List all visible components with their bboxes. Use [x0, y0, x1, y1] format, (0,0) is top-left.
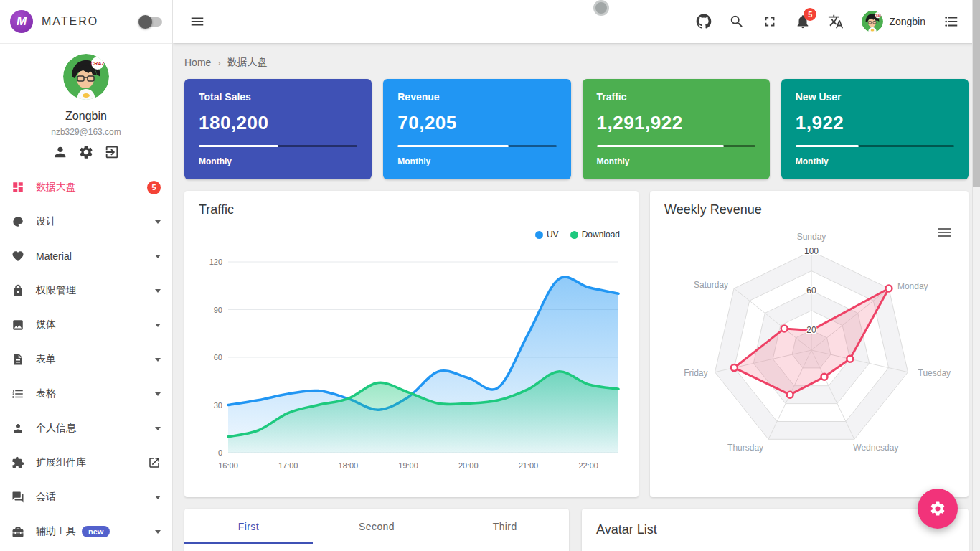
user-avatar-small: CRAZ	[862, 11, 883, 32]
svg-text:120: 120	[209, 258, 222, 266]
sidebar-item-extension[interactable]: 扩展组件库	[0, 446, 172, 480]
image-icon	[11, 319, 24, 331]
svg-text:20: 20	[806, 325, 816, 335]
svg-text:20:00: 20:00	[458, 461, 479, 470]
chevron-down-icon	[155, 427, 161, 430]
user-actions	[0, 144, 172, 160]
person-button[interactable]	[52, 144, 68, 160]
content: Home › 数据大盘 Total Sales 180,200 Monthly …	[173, 43, 980, 551]
tabs-card: FirstSecondThird	[184, 509, 569, 551]
sidebar-item-image[interactable]: 媒体	[0, 308, 172, 342]
topbar: 5 CRAZ Zongbin	[173, 0, 980, 43]
external-link-icon	[148, 456, 161, 469]
breadcrumb-home[interactable]: Home	[184, 57, 211, 68]
github-icon	[696, 14, 712, 29]
menu-badge: 5	[147, 181, 161, 194]
scrollbar-thumb[interactable]	[973, 0, 980, 187]
chevron-down-icon	[155, 289, 161, 293]
sidebar: M MATERO CRAZ Zongbin nzb329@163.com 数据大…	[0, 0, 173, 551]
translate-button[interactable]	[821, 7, 850, 36]
weekly-revenue-chart: SundayMondayTuesdayWednesdayThursdayFrid…	[664, 202, 955, 485]
sidebar-item-person[interactable]: 个人信息	[0, 411, 172, 446]
topbar-user-name: Zongbin	[889, 16, 925, 27]
chevron-down-icon	[155, 220, 161, 224]
sidebar-item-label: Material	[36, 250, 72, 262]
svg-text:Sunday: Sunday	[797, 232, 826, 242]
topbar-icon-buttons: 5	[689, 7, 850, 36]
person-icon	[11, 422, 24, 435]
extension-icon	[11, 456, 24, 469]
sidebar-item-label: 设计	[36, 215, 56, 228]
svg-text:Tuesday: Tuesday	[918, 368, 951, 378]
sidebar-item-label: 媒体	[36, 319, 56, 331]
logout-button[interactable]	[104, 144, 120, 160]
fullscreen-button[interactable]	[755, 7, 784, 36]
svg-text:18:00: 18:00	[339, 461, 359, 470]
lock-icon	[11, 284, 24, 297]
svg-text:21:00: 21:00	[519, 461, 539, 470]
user-menu-trigger[interactable]: CRAZ Zongbin	[854, 7, 933, 36]
search-button[interactable]	[722, 7, 751, 36]
chevron-down-icon	[155, 496, 161, 499]
app-window: M MATERO CRAZ Zongbin nzb329@163.com 数据大…	[0, 0, 980, 551]
sidebar-item-toolbox[interactable]: 辅助工具new	[0, 514, 172, 549]
svg-text:90: 90	[214, 306, 222, 314]
sidebar-item-table[interactable]: 表格	[0, 377, 172, 411]
svg-text:30: 30	[214, 401, 222, 410]
menu-icon	[189, 14, 205, 29]
sidebar-item-palette[interactable]: 设计	[0, 204, 172, 239]
menu-toggle-button[interactable]	[183, 7, 212, 36]
user-panel: CRAZ Zongbin nzb329@163.com	[0, 44, 172, 166]
recorder-dot	[593, 0, 609, 16]
breadcrumb: Home › 数据大盘	[184, 53, 969, 72]
svg-text:17:00: 17:00	[278, 461, 298, 470]
logout-icon	[104, 144, 120, 160]
tab-second[interactable]: Second	[313, 509, 441, 544]
stat-card-traffic: Traffic 1,291,922 Monthly	[583, 79, 770, 179]
form-icon	[11, 353, 24, 366]
chevron-down-icon	[155, 358, 161, 362]
settings-icon	[929, 500, 946, 517]
tab-third[interactable]: Third	[440, 509, 569, 544]
dashboard-icon	[11, 181, 24, 194]
sidebar-item-label: 数据大盘	[36, 181, 76, 194]
stat-card-revenue: Revenue 70,205 Monthly	[383, 79, 570, 179]
svg-text:CRAZ: CRAZ	[90, 61, 105, 66]
stat-value: 70,205	[397, 112, 556, 134]
stat-value: 180,200	[199, 112, 357, 134]
new-badge: new	[82, 526, 110, 537]
settings-fab[interactable]	[918, 489, 958, 529]
tab-first[interactable]: First	[184, 509, 313, 544]
brand-name: MATERO	[42, 15, 98, 28]
user-email: nzb329@163.com	[0, 127, 172, 137]
tab-ink-bar	[184, 542, 313, 544]
sidebar-item-form[interactable]: 表单	[0, 342, 172, 377]
sidebar-item-label: 辅助工具	[36, 525, 76, 538]
sidebar-item-heart[interactable]: Material	[0, 239, 172, 273]
stat-title: Traffic	[597, 91, 755, 103]
tab-group: FirstSecondThird	[184, 509, 569, 544]
stat-caption: Monthly	[199, 156, 357, 166]
list-icon[interactable]	[937, 7, 966, 36]
chevron-down-icon	[155, 530, 161, 534]
user-name: Zongbin	[0, 110, 172, 123]
traffic-chart-title: Traffic	[199, 202, 624, 217]
legend-item-uv[interactable]: UV	[535, 230, 559, 240]
heart-icon	[11, 250, 24, 263]
stats-row: Total Sales 180,200 Monthly Revenue 70,2…	[184, 79, 969, 179]
settings-button[interactable]	[78, 144, 94, 160]
stat-value: 1,922	[796, 112, 954, 134]
sidebar-item-dashboard[interactable]: 数据大盘 5	[0, 170, 172, 204]
notifications-button[interactable]: 5	[788, 7, 817, 36]
sidebar-collapse-toggle[interactable]	[141, 17, 162, 27]
sidebar-item-chat[interactable]: 会话	[0, 480, 172, 514]
notification-badge: 5	[804, 8, 816, 21]
search-icon	[729, 14, 745, 29]
palette-icon	[11, 215, 24, 228]
sidebar-item-lock[interactable]: 权限管理	[0, 273, 172, 308]
sidebar-item-label: 表单	[36, 353, 56, 366]
avatar-list-card: Avatar List	[582, 509, 969, 551]
github-button[interactable]	[689, 7, 718, 36]
sidebar-item-label: 权限管理	[36, 284, 76, 297]
legend-item-download[interactable]: Download	[570, 230, 620, 240]
